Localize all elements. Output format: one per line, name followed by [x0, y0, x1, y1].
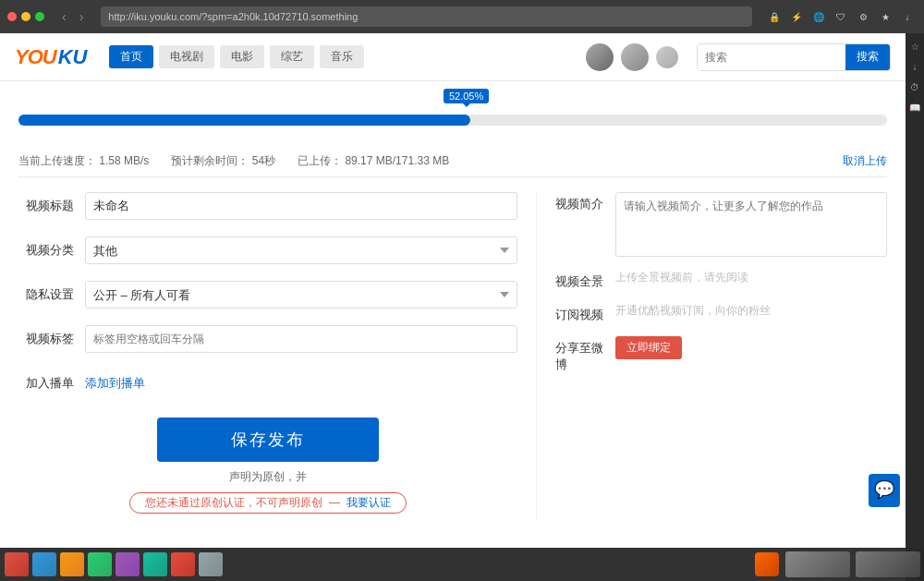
maximize-button[interactable] [35, 12, 44, 21]
minimize-button[interactable] [21, 12, 30, 21]
title-label: 视频标题 [18, 192, 74, 214]
forward-button[interactable]: › [75, 7, 89, 26]
taskbar-thumb-2 [856, 551, 920, 577]
category-row: 视频分类 其他 电影 电视剧 综艺 [18, 236, 517, 264]
avatar[interactable] [586, 43, 614, 71]
browser-icon-2[interactable]: ⚡ [787, 7, 806, 26]
scene-row: 视频全景 上传全景视频前，请先阅读 [555, 270, 887, 290]
site-header: YOU KU 首页 电视剧 电影 综艺 音乐 [0, 33, 906, 81]
category-select[interactable]: 其他 电影 电视剧 综艺 [85, 236, 517, 264]
browser-nav: ‹ › [57, 7, 88, 26]
avatar-secondary[interactable] [621, 43, 649, 71]
cancel-upload-link[interactable]: 取消上传 [843, 153, 887, 169]
taskbar-icon-6[interactable] [142, 551, 168, 577]
certify-link[interactable]: 我要认证 [346, 496, 391, 509]
nav-tab-movie[interactable]: 电影 [220, 45, 264, 68]
browser-chrome: ‹ › http://iku.youku.com/?spm=a2h0k.10d7… [0, 0, 924, 33]
upload-info: 当前上传速度： 1.58 MB/s 预计剩余时间： 54秒 已上传： 89.17… [18, 153, 887, 169]
tags-row: 视频标签 [18, 325, 517, 353]
privacy-select[interactable]: 公开 – 所有人可看 私密 好友可见 [85, 281, 517, 309]
title-row: 视频标题 [18, 192, 517, 220]
browser-icon-4[interactable]: 🛡 [832, 7, 850, 26]
save-publish-button[interactable]: 保存发布 [157, 418, 379, 462]
page-content: YOU KU 首页 电视剧 电影 综艺 音乐 [0, 33, 906, 581]
category-label: 视频分类 [18, 236, 74, 259]
weibo-content: 立即绑定 [615, 336, 682, 359]
original-section: 声明为原创，并 您还未通过原创认证，不可声明原创 — 我要认证 [129, 469, 406, 514]
scene-content: 上传全景视频前，请先阅读 [615, 270, 887, 285]
taskbar-icon-3[interactable] [59, 551, 85, 577]
tags-label: 视频标签 [18, 325, 74, 347]
browser-icon-7[interactable]: ↓ [898, 7, 917, 26]
form-area: 视频标题 视频分类 其他 电影 电视剧 综艺 隐私设置 公开 – 所有人可看 [0, 177, 906, 521]
customer-service-icon: 💬 [874, 479, 894, 500]
tags-input[interactable] [85, 325, 517, 353]
youku-logo: YOU KU [15, 45, 87, 69]
save-section: 保存发布 声明为原创，并 您还未通过原创认证，不可声明原创 — 我要认证 [18, 408, 517, 521]
weibo-bind-button[interactable]: 立即绑定 [615, 336, 682, 359]
nav-tab-variety[interactable]: 综艺 [270, 45, 314, 68]
browser-icon-3[interactable]: 🌐 [809, 7, 828, 26]
taskbar-icon-2[interactable] [31, 551, 57, 577]
subscribe-row: 订阅视频 开通优酷视频订阅，向你的粉丝 [555, 303, 887, 323]
progress-bar-bg: 52.05% [18, 115, 887, 126]
browser-icon-6[interactable]: ★ [876, 7, 894, 26]
nav-tab-music[interactable]: 音乐 [320, 45, 364, 68]
taskbar [0, 548, 924, 581]
taskbar-icon-8[interactable] [198, 551, 224, 577]
nav-tab-tv[interactable]: 电视剧 [159, 45, 214, 68]
close-button[interactable] [7, 12, 17, 21]
intro-row: 视频简介 [555, 192, 887, 257]
customer-service-button[interactable]: 💬 联系客服 [869, 474, 900, 507]
traffic-lights [7, 12, 44, 21]
uploaded-info: 已上传： 89.17 MB/171.33 MB [298, 153, 449, 169]
sidebar-bookmark-icon[interactable]: ☆ [907, 39, 922, 54]
weibo-label: 分享至微博 [555, 336, 606, 373]
form-right: 视频简介 视频全景 上传全景视频前，请先阅读 订阅视频 开通优酷视频订阅，向你的… [536, 192, 887, 521]
sidebar-reading-icon[interactable]: 📖 [907, 100, 922, 115]
subscribe-label: 订阅视频 [555, 303, 606, 323]
weibo-row: 分享至微博 立即绑定 [555, 336, 887, 373]
taskbar-youku-icon[interactable] [754, 551, 780, 577]
taskbar-icon-1[interactable] [4, 551, 30, 577]
playlist-label: 加入播单 [18, 369, 74, 392]
taskbar-icon-5[interactable] [115, 551, 140, 577]
privacy-label: 隐私设置 [18, 281, 74, 303]
intro-textarea[interactable] [615, 192, 887, 257]
search-input[interactable] [698, 44, 845, 70]
progress-bar-fill: 52.05% [18, 115, 470, 126]
upload-section: 52.05% 当前上传速度： 1.58 MB/s 预计剩余时间： 54秒 已上传… [0, 81, 906, 176]
logo-ku: KU [58, 45, 88, 69]
sidebar-history-icon[interactable]: ⏱ [907, 79, 922, 94]
taskbar-thumb-1 [785, 551, 850, 577]
url-text: http://iku.youku.com/?spm=a2h0k.10d72710… [108, 11, 358, 22]
search-box: 搜索 [697, 43, 891, 71]
sidebar-download-icon[interactable]: ↓ [907, 59, 922, 74]
title-input[interactable] [85, 192, 517, 220]
browser-actions: 🔒 ⚡ 🌐 🛡 ⚙ ★ ↓ [765, 7, 917, 26]
header-user-area: 搜索 [586, 43, 891, 71]
original-warning: 您还未通过原创认证，不可声明原创 — 我要认证 [129, 492, 406, 514]
browser-sidebar: ☆ ↓ ⏱ 📖 ⚙ [906, 33, 924, 581]
address-bar[interactable]: http://iku.youku.com/?spm=a2h0k.10d72710… [101, 6, 752, 27]
scene-label: 视频全景 [555, 270, 606, 290]
browser-icon-5[interactable]: ⚙ [854, 7, 872, 26]
remain-info: 预计剩余时间： 54秒 [171, 153, 275, 169]
privacy-row: 隐私设置 公开 – 所有人可看 私密 好友可见 [18, 281, 517, 309]
playlist-row: 加入播单 添加到播单 [18, 369, 517, 392]
browser-icon-1[interactable]: 🔒 [765, 7, 784, 26]
progress-container: 52.05% [18, 115, 887, 148]
taskbar-icon-4[interactable] [87, 551, 113, 577]
taskbar-thumbnails [785, 551, 920, 577]
back-button[interactable]: ‹ [57, 7, 71, 26]
taskbar-icon-7[interactable] [170, 551, 196, 577]
playlist-link[interactable]: 添加到播单 [85, 369, 145, 392]
speed-info: 当前上传速度： 1.58 MB/s [18, 153, 149, 169]
main-nav: 首页 电视剧 电影 综艺 音乐 [109, 45, 364, 68]
progress-label: 52.05% [444, 89, 489, 103]
intro-label: 视频简介 [555, 192, 606, 212]
search-button[interactable]: 搜索 [845, 44, 890, 70]
nav-tab-home[interactable]: 首页 [109, 45, 153, 68]
user-icon[interactable] [656, 46, 678, 68]
original-text: 声明为原创，并 [229, 470, 307, 483]
